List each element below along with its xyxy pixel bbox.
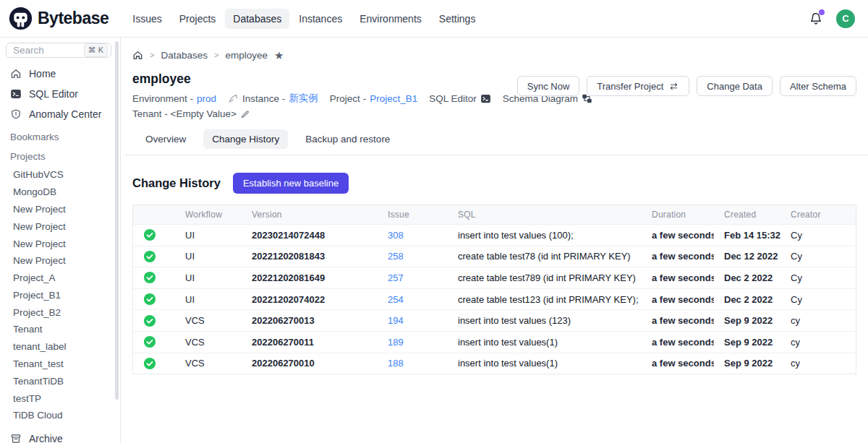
cell-duration: a few seconds (642, 267, 714, 288)
table-row[interactable]: UI 20221202074022 254 create table test1… (133, 288, 856, 310)
issue-link[interactable]: 257 (388, 272, 404, 283)
breadcrumb-employee[interactable]: employee (225, 50, 268, 61)
cell-sql: insert into test values(1) (448, 353, 642, 374)
terminal-icon (480, 93, 491, 104)
cell-issue: 254 (378, 289, 448, 310)
column-header: Duration (642, 205, 714, 224)
change-data-button[interactable]: Change Data (697, 76, 773, 96)
cell-status (133, 310, 175, 331)
nav-issues[interactable]: Issues (124, 9, 169, 29)
tab-change-history[interactable]: Change History (203, 129, 288, 149)
tab-overview[interactable]: Overview (137, 129, 195, 149)
cell-created: Feb 14 15:32 (714, 225, 780, 246)
table-row[interactable]: UI 20221202081843 258 create table test7… (133, 246, 856, 267)
issue-link[interactable]: 189 (388, 337, 404, 348)
nav-databases[interactable]: Databases (225, 9, 289, 29)
success-check-icon (143, 228, 156, 241)
project-meta: Project - Project_B1 (330, 93, 417, 104)
environment-link[interactable]: prod (197, 93, 216, 104)
sql-editor-link[interactable]: SQL Editor (429, 93, 491, 104)
table-row[interactable]: VCS 202206270013 194 insert into test va… (133, 309, 856, 331)
sidebar-scrollbar[interactable] (115, 41, 119, 400)
home-icon (10, 68, 22, 79)
sidebar-item-home[interactable]: Home (0, 64, 120, 84)
sidebar-project-item[interactable]: Project_B1 (0, 286, 120, 304)
nav-settings[interactable]: Settings (431, 9, 484, 29)
nav-projects[interactable]: Projects (171, 9, 224, 29)
cell-issue: 257 (378, 267, 448, 288)
column-header: Version (242, 205, 378, 224)
sidebar-section-projects[interactable]: Projects (0, 144, 120, 163)
cell-status (133, 267, 175, 288)
home-icon[interactable] (132, 50, 143, 61)
sidebar-project-item[interactable]: New Project (0, 235, 120, 252)
cell-workflow: VCS (175, 310, 242, 331)
cell-duration: a few seconds (642, 353, 714, 374)
sidebar-project-item[interactable]: testTP (0, 390, 120, 407)
sidebar-section-bookmarks[interactable]: Bookmarks (0, 124, 120, 144)
main-content: > Databases > employee ★ employee Enviro… (121, 38, 868, 443)
sidebar-project-item[interactable]: tenant_label (0, 338, 120, 356)
issue-link[interactable]: 194 (388, 315, 404, 326)
table-row[interactable]: UI 20230214072448 308 insert into test v… (133, 224, 856, 246)
cell-created: Dec 2 2022 (714, 289, 780, 310)
success-check-icon (143, 250, 156, 263)
cell-created: Sep 9 2022 (714, 332, 780, 353)
avatar[interactable]: C (836, 9, 855, 28)
issue-link[interactable]: 258 (388, 251, 404, 262)
cell-version: 202206270011 (242, 332, 378, 353)
cell-issue: 194 (378, 310, 448, 331)
sidebar-project-item[interactable]: Tenant_test (0, 356, 120, 373)
change-history-header: Change History Establish new baseline (132, 173, 856, 194)
cell-duration: a few seconds (642, 289, 714, 310)
sidebar-project-item[interactable]: New Project (0, 201, 120, 218)
project-link[interactable]: Project_B1 (370, 93, 417, 104)
sidebar-project-item[interactable]: MongoDB (0, 184, 120, 201)
instance-link[interactable]: 新实例 (289, 92, 318, 105)
sidebar-item-anomaly-center[interactable]: Anomaly Center (0, 104, 120, 124)
transfer-project-label: Transfer Project (597, 81, 663, 92)
notification-bell-icon[interactable] (809, 12, 823, 26)
sidebar-project-item[interactable]: GitHubVCS (0, 166, 120, 184)
search-input[interactable]: Search ⌘ K (6, 43, 111, 58)
sidebar-project-item[interactable]: TenantTiDB (0, 372, 120, 390)
cell-creator: Cy (780, 267, 856, 288)
cell-workflow: UI (175, 246, 242, 267)
bookmark-star-icon[interactable]: ★ (274, 50, 284, 61)
terminal-icon (10, 88, 22, 100)
edit-pencil-icon[interactable] (240, 109, 250, 119)
tab-backup-and-restore[interactable]: Backup and restore (297, 129, 399, 149)
main-nav: Issues Projects Databases Instances Envi… (124, 9, 483, 29)
search-shortcut: ⌘ K (84, 43, 108, 57)
success-check-icon (143, 271, 156, 284)
cell-duration: a few seconds (642, 246, 714, 267)
table-row[interactable]: VCS 202206270011 189 insert into test va… (133, 331, 856, 353)
issue-link[interactable]: 254 (388, 294, 404, 305)
brand[interactable]: Bytebase (9, 7, 109, 30)
transfer-project-button[interactable]: Transfer Project (587, 76, 689, 96)
tenant-meta: Tenant - <Empty Value> (132, 108, 250, 119)
issue-link[interactable]: 188 (388, 358, 404, 369)
breadcrumb-databases[interactable]: Databases (161, 50, 208, 61)
sidebar-item-label: SQL Editor (29, 88, 78, 100)
sidebar-project-item[interactable]: Project_A (0, 270, 120, 287)
sidebar-project-item[interactable]: New Project (0, 252, 120, 270)
column-header (133, 205, 175, 224)
table-row[interactable]: VCS 202206270010 188 insert into test va… (133, 353, 856, 374)
nav-environments[interactable]: Environments (352, 9, 430, 29)
table-row[interactable]: UI 20221202081649 257 create table test7… (133, 267, 856, 288)
sidebar-project-item[interactable]: New Project (0, 218, 120, 235)
sidebar-item-sql-editor[interactable]: SQL Editor (0, 84, 120, 104)
nav-instances[interactable]: Instances (291, 9, 350, 29)
sidebar-item-label: Anomaly Center (29, 108, 101, 120)
sidebar-item-archive[interactable]: Archive (0, 429, 120, 443)
cell-issue: 188 (378, 353, 448, 374)
sidebar-project-item[interactable]: TiDB Cloud (0, 407, 120, 424)
sync-now-button[interactable]: Sync Now (517, 76, 580, 96)
issue-link[interactable]: 308 (388, 230, 404, 241)
establish-baseline-button[interactable]: Establish new baseline (233, 173, 349, 194)
alter-schema-button[interactable]: Alter Schema (780, 76, 856, 96)
sidebar-project-item[interactable]: Tenant (0, 321, 120, 338)
cell-created: Dec 2 2022 (714, 267, 780, 288)
sidebar-project-item[interactable]: Project_B2 (0, 304, 120, 321)
